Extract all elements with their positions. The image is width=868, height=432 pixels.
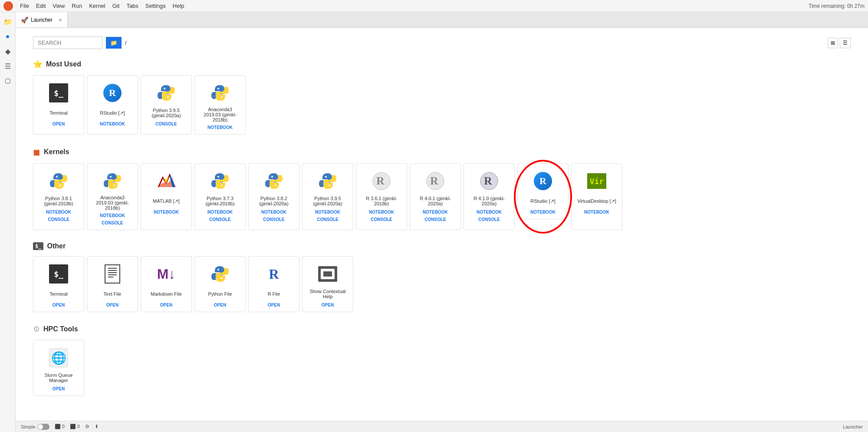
kernel-anaconda-notebook[interactable]: NOTEBOOK	[100, 213, 125, 218]
sidebar: 📁 ● ◆ ☰ ⬡	[0, 12, 16, 432]
menu-edit[interactable]: Edit	[33, 2, 49, 10]
other-textfile-open[interactable]: OPEN	[106, 303, 118, 307]
kernel-python381-console[interactable]: CONSOLE	[48, 217, 69, 222]
other-markdownfile-open[interactable]: OPEN	[160, 303, 172, 307]
most-used-terminal-open[interactable]: OPEN	[53, 122, 65, 126]
most-used-grid: $_ Terminal OPEN R RStudio [↗] NOTEBOOK	[33, 75, 851, 135]
kernel-python381-notebook[interactable]: NOTEBOOK	[46, 210, 71, 214]
launcher-tab[interactable]: 🚀 Launcher ×	[16, 12, 68, 27]
sidebar-icon-list[interactable]: ☰	[2, 60, 14, 72]
kernel-r410-console[interactable]: CONSOLE	[478, 217, 500, 222]
svg-point-5	[59, 185, 61, 186]
other-rfile[interactable]: R R File OPEN	[248, 256, 299, 312]
tab-close-button[interactable]: ×	[59, 16, 62, 23]
other-pythonfile-name: Python File	[208, 288, 232, 300]
r361-icon: R	[371, 171, 392, 191]
kernel-python382-notebook[interactable]: NOTEBOOK	[261, 210, 286, 214]
launcher-tab-label: Launcher	[31, 17, 53, 23]
kernel-r361-console[interactable]: CONSOLE	[371, 217, 392, 222]
kernel-virtualdesktop[interactable]: Vir VirtualDesktop [↗] NOTEBOOK	[571, 163, 622, 230]
kernel-python395-notebook[interactable]: NOTEBOOK	[315, 210, 340, 214]
other-pythonfile[interactable]: Python File OPEN	[194, 256, 246, 312]
kernel-python395-name: Python 3.9.5 (gimkl-2020a)	[307, 195, 349, 207]
most-used-anaconda[interactable]: Anaconda3 2019.03 (gimkl-2018b) NOTEBOOK	[194, 75, 246, 135]
kernel-r361[interactable]: R R 3.6.1 (gimkl-2018b) NOTEBOOK CONSOLE	[356, 163, 407, 230]
simple-toggle[interactable]: Simple	[21, 424, 49, 430]
r410-icon: R	[479, 171, 500, 191]
kernel-matlab[interactable]: MATLAB [↗] NOTEBOOK	[141, 163, 192, 230]
svg-point-12	[275, 185, 276, 186]
other-markdownfile[interactable]: M↓ Markdown File OPEN	[141, 256, 192, 312]
kernel-python373-console[interactable]: CONSOLE	[209, 217, 230, 222]
launcher-tab-icon: 🚀	[21, 16, 28, 23]
kernel-python381-name: Python 3.8.1 (gimkl-2018b)	[38, 195, 79, 207]
gear-status[interactable]: ⚙	[85, 424, 89, 429]
kernel-r410[interactable]: R R 4.1.0 (gimkl-2020a) NOTEBOOK CONSOLE	[464, 163, 515, 230]
most-used-python395-console[interactable]: CONSOLE	[155, 122, 177, 126]
sidebar-icon-circle[interactable]: ●	[2, 30, 14, 43]
kernel-anaconda[interactable]: Anaconda3 2019.03 (gimkl-2018b) NOTEBOOK…	[87, 163, 138, 230]
most-used-python395[interactable]: Python 3.9.5 (gimkl-2020a) CONSOLE	[141, 75, 192, 135]
grid-view-button[interactable]: ⊞	[828, 38, 838, 48]
other-contextualhelp-name: Show Contextual Help	[307, 288, 349, 300]
kernel-python395[interactable]: Python 3.9.5 (gimkl-2020a) NOTEBOOK CONS…	[302, 163, 353, 230]
status-bar: Simple ⬛ 0 ⬛ 0 ⚙ ⬆ Launcher	[16, 421, 868, 432]
menu-file[interactable]: File	[16, 2, 33, 10]
other-contextualhelp[interactable]: Show Contextual Help OPEN	[302, 256, 353, 312]
kernel-r401[interactable]: R R 4.0.1 (gimkl-2020a) NOTEBOOK CONSOLE	[410, 163, 461, 230]
other-markdownfile-icon: M↓	[156, 264, 177, 284]
kernel-r401-notebook[interactable]: NOTEBOOK	[423, 210, 448, 214]
other-pythonfile-open[interactable]: OPEN	[214, 303, 226, 307]
folder-button[interactable]: 📁	[106, 37, 122, 49]
other-terminal-open[interactable]: OPEN	[53, 303, 65, 307]
sidebar-icon-folder[interactable]: 📁	[2, 16, 14, 28]
kernel-virtualdesktop-notebook[interactable]: NOTEBOOK	[584, 210, 609, 214]
sidebar-icon-puzzle[interactable]: ⬡	[2, 75, 14, 87]
svg-text:R: R	[430, 175, 438, 187]
hpc-slurm[interactable]: 🌐 Slurm Queue Manager OPEN	[33, 340, 84, 396]
kernel-rstudio[interactable]: R RStudio [↗] NOTEBOOK	[517, 163, 569, 219]
kernel-python373-notebook[interactable]: NOTEBOOK	[207, 210, 233, 214]
other-contextualhelp-open[interactable]: OPEN	[322, 303, 334, 307]
kernel-python382[interactable]: Python 3.8.2 (gimkl-2020a) NOTEBOOK CONS…	[248, 163, 299, 230]
python382-icon	[263, 171, 284, 191]
most-used-anaconda-notebook[interactable]: NOTEBOOK	[207, 125, 233, 130]
kernel-r401-console[interactable]: CONSOLE	[424, 217, 446, 222]
menu-run[interactable]: Run	[68, 2, 85, 10]
hpc-slurm-open[interactable]: OPEN	[53, 386, 65, 391]
menu-view[interactable]: View	[49, 2, 68, 10]
sidebar-icon-tag[interactable]: ◆	[2, 45, 14, 57]
hpc-tools-grid: 🌐 Slurm Queue Manager OPEN	[33, 340, 851, 396]
hpc-tools-icon: ⚙	[33, 324, 40, 334]
most-used-rstudio[interactable]: R RStudio [↗] NOTEBOOK	[87, 75, 138, 135]
kernel-python382-console[interactable]: CONSOLE	[263, 217, 284, 222]
kernel-python373[interactable]: Python 3.7.3 (gimkl-2018b) NOTEBOOK CONS…	[194, 163, 246, 230]
menu-help[interactable]: Help	[169, 2, 188, 10]
kernel-rstudio-notebook[interactable]: NOTEBOOK	[530, 210, 556, 214]
menu-kernel[interactable]: Kernel	[85, 2, 109, 10]
list-view-button[interactable]: ☰	[840, 38, 851, 48]
kernel-matlab-notebook[interactable]: NOTEBOOK	[154, 210, 179, 214]
svg-point-0	[164, 88, 165, 89]
kernel-python381[interactable]: Python 3.8.1 (gimkl-2018b) NOTEBOOK CONS…	[33, 163, 84, 230]
kernel-r401-name: R 4.0.1 (gimkl-2020a)	[414, 195, 456, 207]
search-input[interactable]	[33, 36, 102, 49]
menu-git[interactable]: Git	[109, 2, 123, 10]
svg-point-1	[167, 96, 169, 98]
other-textfile[interactable]: Text File OPEN	[87, 256, 138, 312]
rstudio-icon: R	[102, 82, 123, 103]
kernel-anaconda-console[interactable]: CONSOLE	[102, 221, 123, 225]
kernel-r361-notebook[interactable]: NOTEBOOK	[369, 210, 394, 214]
other-terminal[interactable]: $_ Terminal OPEN	[33, 256, 84, 312]
kernel-r410-notebook[interactable]: NOTEBOOK	[477, 210, 502, 214]
kernel-r410-name: R 4.1.0 (gimkl-2020a)	[468, 195, 510, 207]
kernel-python395-console[interactable]: CONSOLE	[317, 217, 338, 222]
most-used-rstudio-notebook[interactable]: NOTEBOOK	[100, 122, 125, 126]
upload-status[interactable]: ⬆	[95, 424, 99, 429]
other-rfile-icon: R	[263, 264, 284, 284]
most-used-terminal[interactable]: $_ Terminal OPEN	[33, 75, 84, 135]
menu-tabs[interactable]: Tabs	[123, 2, 141, 10]
toggle-track[interactable]	[37, 424, 49, 430]
menu-settings[interactable]: Settings	[142, 2, 169, 10]
other-rfile-open[interactable]: OPEN	[268, 303, 280, 307]
